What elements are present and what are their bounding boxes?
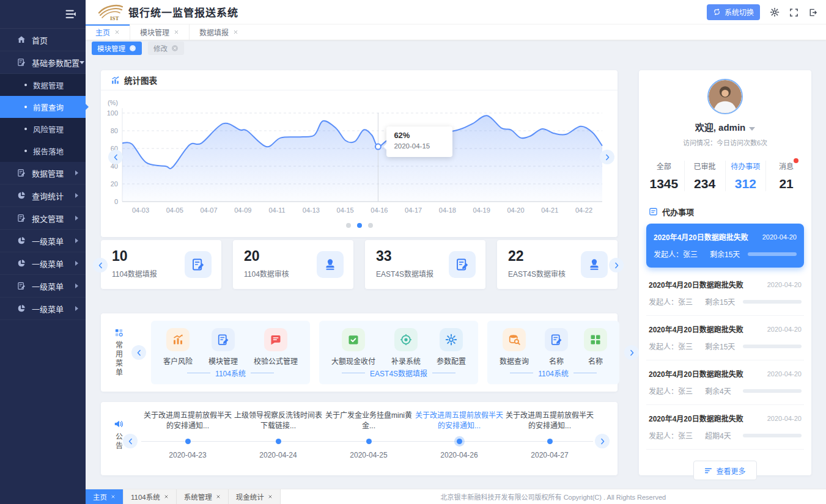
close-icon[interactable]: [174, 29, 179, 35]
close-icon[interactable]: [111, 494, 116, 499]
submenu-item-report-landing[interactable]: 报告落地: [0, 140, 86, 162]
todo-item[interactable]: 2020年4月20日数据跑批失败2020-04-20 发起人：张三超期4天: [646, 405, 804, 450]
submenu-item-label: 数据管理: [33, 79, 64, 91]
footer-tab-1104[interactable]: 1104系统: [124, 489, 177, 504]
svg-text:04-13: 04-13: [303, 206, 320, 214]
chevron-left-icon: [97, 261, 105, 269]
close-icon[interactable]: [171, 45, 179, 52]
footer-tab-sysmgmt[interactable]: 系统管理: [177, 489, 229, 504]
sidebar-item-menu-2[interactable]: 一级菜单: [0, 252, 86, 275]
menu-item-param-config[interactable]: 参数配置: [437, 328, 466, 366]
close-icon[interactable]: [164, 494, 169, 499]
stat-approved[interactable]: 已审批 234: [684, 161, 725, 191]
stat-all[interactable]: 全部 1345: [644, 161, 684, 191]
tooltip-date: 2020-04-15: [394, 142, 445, 150]
close-icon[interactable]: [216, 494, 221, 499]
menu-item-data-query[interactable]: 数据查询: [500, 328, 529, 366]
announcement-item[interactable]: 关于广发金业务挂盘mini黄金... 2020-04-25: [323, 402, 415, 475]
announcement-item[interactable]: 关于改进周五提前放假半天的安排通知... 2020-04-23: [142, 402, 234, 475]
user-panel: 欢迎, admin 访问情况：今日访问次数6次 全部 1345 已审批 234 …: [639, 70, 811, 475]
fullscreen-icon[interactable]: [789, 7, 798, 18]
announcement-next-button[interactable]: [595, 434, 610, 448]
stat-row-prev-button[interactable]: [93, 258, 108, 272]
close-icon[interactable]: [233, 29, 238, 35]
svg-text:04-20: 04-20: [507, 206, 524, 214]
doc-edit-icon: [185, 251, 212, 278]
sidebar-item-label: 首页: [32, 34, 78, 46]
sidebar-item-query-stats[interactable]: 查询统计: [0, 184, 86, 207]
announcement-item-date: 2020-04-23: [142, 451, 234, 459]
quick-menu-prev-button[interactable]: [131, 345, 146, 360]
quick-menu-groups: 客户风险 模块管理 校验公式管理 1104系统 大额现金收付 补录系统 参数配置…: [151, 321, 619, 384]
logout-icon[interactable]: [808, 7, 817, 18]
close-icon[interactable]: [268, 494, 273, 499]
stat-card-1104-audit[interactable]: 20 1104数据审核: [233, 240, 353, 289]
announcement-item-active[interactable]: 关于改进周五提前放假半天的安排通知... 2020-04-26: [413, 402, 505, 475]
chart-pagination-dots[interactable]: [101, 223, 618, 228]
announcement-item[interactable]: 关于改进周五提前放假半天的安排通知... 2020-04-27: [504, 402, 596, 475]
announcement-item[interactable]: 上级领导视察反洗钱时间表下载链接... 2020-04-24: [232, 402, 324, 475]
collapse-menu-icon[interactable]: [65, 8, 77, 20]
menu-item-supplement-system[interactable]: 补录系统: [391, 328, 421, 366]
bullet-icon: [24, 106, 27, 108]
list-icon: [649, 207, 658, 216]
chip-modify[interactable]: 修改: [148, 42, 184, 55]
menu-item-cash-payment[interactable]: 大额现金收付: [331, 328, 375, 366]
tab-data-fill[interactable]: 数据填报: [189, 24, 248, 40]
chip-module-mgmt[interactable]: 模块管理: [92, 42, 142, 55]
settings-gear-icon[interactable]: [770, 7, 780, 18]
menu-item-customer-risk[interactable]: 客户风险: [163, 328, 193, 366]
submenu-item-pre-query[interactable]: 前置查询: [0, 96, 86, 118]
sidebar-item-menu-1[interactable]: 一级菜单: [0, 230, 86, 252]
stat-col-value: 1345: [644, 177, 684, 191]
view-more-button[interactable]: 查看更多: [693, 461, 757, 480]
doc-edit-icon: [545, 328, 568, 351]
chart-next-button[interactable]: [600, 150, 614, 164]
todo-item[interactable]: 2020年4月20日数据跑批失败2020-04-20 发起人：张三剩余15天: [646, 271, 804, 316]
announcement-prev-button[interactable]: [123, 434, 138, 448]
stat-messages[interactable]: 消息 21: [765, 161, 806, 191]
pagination-dot[interactable]: [357, 223, 362, 228]
sidebar-item-base-params[interactable]: 基础参数配置: [0, 51, 86, 74]
sidebar-item-home[interactable]: 首页: [0, 29, 86, 51]
menu-item-formula-mgmt[interactable]: 校验公式管理: [254, 328, 298, 366]
stat-card-1104-fill[interactable]: 10 1104数据填报: [101, 240, 221, 289]
announcement-item-date: 2020-04-26: [413, 451, 505, 459]
doc-edit-icon: [17, 58, 26, 67]
submenu-item-risk-mgmt[interactable]: 风险管理: [0, 118, 86, 140]
todo-remain: 剩余15天: [705, 341, 743, 351]
chart-card-title: 统计图表: [124, 74, 157, 86]
menu-item-module-mgmt[interactable]: 模块管理: [208, 328, 238, 366]
stat-card-east4s-fill[interactable]: 33 EAST4S数据填报: [365, 240, 485, 289]
welcome-dropdown[interactable]: 欢迎, admin: [639, 120, 811, 133]
doc-edit-icon: [212, 328, 235, 351]
todo-item[interactable]: 2020年4月20日数据跑批失败2020-04-20 发起人：张三剩余15天: [646, 316, 804, 360]
system-switch-button[interactable]: 系统切换: [707, 4, 760, 20]
close-icon[interactable]: [114, 29, 120, 35]
footer-tab-cashstats[interactable]: 现金统计: [229, 489, 281, 504]
todo-item[interactable]: 2020年4月20日数据跑批失败2020-04-20 发起人：张三剩余4天: [646, 360, 804, 405]
sidebar-item-data-mgmt[interactable]: 数据管理: [0, 162, 86, 184]
menu-item-name-2[interactable]: 名称: [584, 328, 607, 366]
sidebar-item-menu-4[interactable]: 一级菜单: [0, 298, 86, 320]
chevron-right-icon: [75, 238, 78, 243]
menu-item-name-1[interactable]: 名称: [545, 328, 568, 366]
avatar[interactable]: [707, 79, 743, 114]
pagination-dot[interactable]: [368, 223, 373, 228]
tab-module-mgmt[interactable]: 模块管理: [130, 24, 189, 40]
submenu-item-label: 风险管理: [33, 123, 64, 135]
sidebar-item-message-mgmt[interactable]: 报文管理: [0, 207, 86, 230]
quick-menu-next-button[interactable]: [624, 345, 639, 360]
stat-card-east4s-audit[interactable]: 22 EAST4S数据审核: [497, 240, 618, 289]
footer-tab-home[interactable]: 主页: [86, 489, 124, 504]
todo-item-active[interactable]: 2020年4月20日数据跑批失败2020-04-20 发起人：张三剩余15天: [646, 224, 804, 268]
sidebar-item-menu-3[interactable]: 一级菜单: [0, 275, 86, 298]
pagination-dot[interactable]: [346, 223, 351, 228]
close-icon[interactable]: [129, 45, 136, 52]
chart-prev-button[interactable]: [108, 150, 123, 164]
submenu-item-data-mgmt[interactable]: 数据管理: [0, 74, 86, 96]
stat-todo[interactable]: 待办事项 312: [725, 161, 766, 191]
tab-label: 数据填报: [199, 27, 229, 37]
stat-row-next-button[interactable]: [609, 258, 624, 272]
tab-home[interactable]: 主页: [86, 24, 130, 40]
